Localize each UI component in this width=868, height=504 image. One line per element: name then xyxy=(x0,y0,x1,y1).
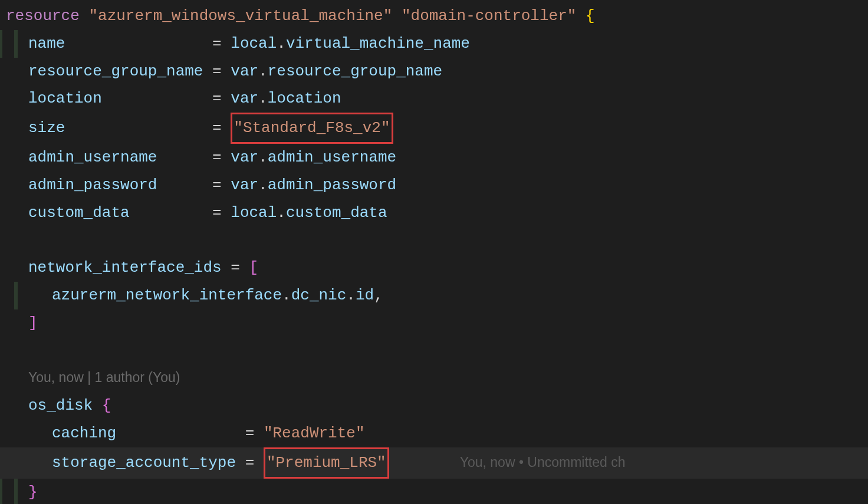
code-line-8[interactable]: custom_data = local.custom_data xyxy=(0,199,868,227)
code-line-5[interactable]: size = "Standard_F8s_v2" xyxy=(0,113,868,144)
attr-name: network_interface_ids xyxy=(28,259,222,276)
code-line-10[interactable]: network_interface_ids = [ xyxy=(0,254,868,282)
code-line-6[interactable]: admin_username = var.admin_username xyxy=(0,144,868,172)
block-name-osdisk: os_disk xyxy=(28,397,93,414)
close-brace-osdisk: } xyxy=(28,483,38,501)
code-editor[interactable]: resource "azurerm_windows_virtual_machin… xyxy=(0,2,868,504)
resource-type: "azurerm_windows_virtual_machine" xyxy=(88,7,392,25)
ns-var: var xyxy=(231,176,258,194)
attr-name: admin_username xyxy=(28,149,157,166)
code-line-4[interactable]: location = var.location xyxy=(0,85,868,113)
attr-name: size xyxy=(28,119,65,137)
code-line-blank-2[interactable] xyxy=(0,337,868,365)
keyword-resource: resource xyxy=(6,7,80,25)
nic-ref-2: dc_nic xyxy=(291,286,347,304)
code-line-blank-1[interactable] xyxy=(0,226,868,254)
git-blame-inline: You, now • Uncommitted ch xyxy=(389,454,626,470)
code-line-16-current[interactable]: storage_account_type = "Premium_LRS"You,… xyxy=(0,447,868,479)
ns-local: local xyxy=(231,35,277,52)
git-blame-text: You, now | 1 author (You) xyxy=(28,370,180,385)
attr-value: admin_username xyxy=(268,149,396,166)
attr-value: location xyxy=(268,90,341,107)
open-brace: { xyxy=(586,7,595,25)
attr-name: location xyxy=(28,90,102,107)
code-line-17[interactable]: } xyxy=(0,479,868,504)
resource-name: "domain-controller" xyxy=(402,7,576,25)
attr-name: storage_account_type xyxy=(52,454,236,472)
highlight-box-storage: "Premium_LRS" xyxy=(264,447,389,479)
attr-name: caching xyxy=(52,424,116,442)
code-line-11[interactable]: azurerm_network_interface.dc_nic.id, xyxy=(0,282,868,309)
size-value: "Standard_F8s_v2" xyxy=(234,119,390,137)
highlight-box-size: "Standard_F8s_v2" xyxy=(231,113,393,144)
attr-value: custom_data xyxy=(286,204,387,222)
code-line-15[interactable]: caching = "ReadWrite" xyxy=(0,420,868,447)
attr-name: resource_group_name xyxy=(28,62,203,80)
attr-name: custom_data xyxy=(28,204,130,222)
close-bracket: ] xyxy=(28,314,38,332)
ns-var: var xyxy=(231,90,258,107)
caching-value: "ReadWrite" xyxy=(264,424,365,442)
ns-local: local xyxy=(231,204,277,222)
attr-value: admin_password xyxy=(268,176,396,194)
code-line-1[interactable]: resource "azurerm_windows_virtual_machin… xyxy=(0,2,868,30)
attr-name: name xyxy=(28,35,65,52)
attr-value: resource_group_name xyxy=(268,62,442,80)
ns-var: var xyxy=(231,62,258,80)
attr-value: virtual_machine_name xyxy=(286,35,470,52)
git-blame-block: You, now | 1 author (You) xyxy=(0,364,868,392)
nic-ref-3: id xyxy=(356,286,374,304)
code-line-3[interactable]: resource_group_name = var.resource_group… xyxy=(0,58,868,85)
code-line-14[interactable]: os_disk { xyxy=(0,392,868,420)
code-line-2[interactable]: name = local.virtual_machine_name xyxy=(0,30,868,58)
storage-value: "Premium_LRS" xyxy=(267,454,386,472)
ns-var: var xyxy=(231,149,258,166)
nic-ref-1: azurerm_network_interface xyxy=(52,286,282,304)
attr-name: admin_password xyxy=(28,176,157,194)
open-bracket: [ xyxy=(249,259,258,276)
code-line-12[interactable]: ] xyxy=(0,309,868,337)
open-brace-osdisk: { xyxy=(93,397,111,414)
code-line-7[interactable]: admin_password = var.admin_password xyxy=(0,172,868,199)
